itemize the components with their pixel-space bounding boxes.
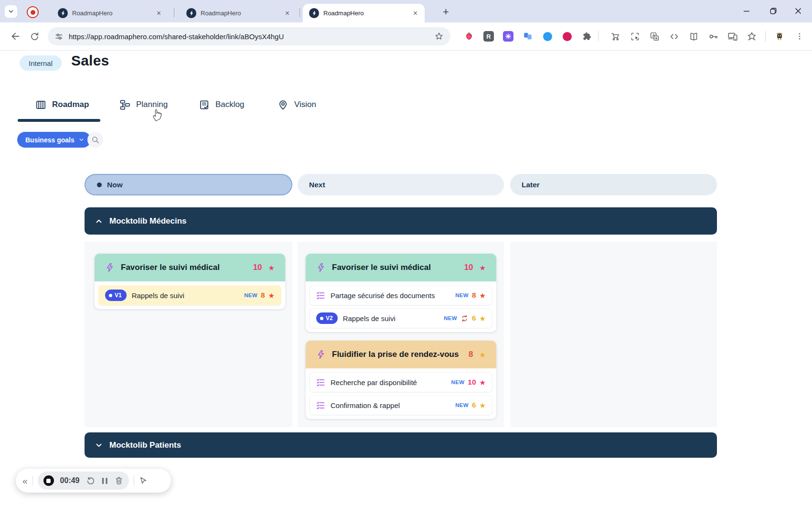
- translate-icon[interactable]: A: [648, 30, 661, 43]
- browser-window: RoadmapHero × RoadmapHero × RoadmapHero …: [0, 0, 812, 516]
- tab-roadmap[interactable]: Roadmap: [35, 98, 89, 111]
- org-chart-icon: [119, 99, 130, 110]
- feature-row[interactable]: Recherche par disponibilité NEW 10 ★: [310, 372, 492, 392]
- screen-recorder-toolbar: « 00:49: [16, 469, 171, 493]
- toolbar-separator: [765, 31, 766, 42]
- code-icon[interactable]: [667, 30, 681, 43]
- separator: [134, 476, 134, 485]
- extensions-puzzle-icon[interactable]: [580, 30, 593, 43]
- stop-recording-button[interactable]: [43, 475, 54, 486]
- feature-title: Rappels de suivi: [132, 291, 239, 300]
- toolbar-separator: [598, 31, 598, 42]
- goal-card-header[interactable]: Favoriser le suivi médical 10 ★: [95, 254, 285, 281]
- feature-score: 8: [472, 291, 476, 300]
- goal-card[interactable]: Favoriser le suivi médical 10 ★ V1 Rappe…: [95, 254, 285, 309]
- chevron-up-icon[interactable]: [95, 217, 103, 226]
- browser-tab-2[interactable]: RoadmapHero ×: [180, 4, 297, 22]
- browser-tab-1[interactable]: RoadmapHero ×: [52, 4, 168, 22]
- iteration-refresh-icon: [460, 314, 469, 322]
- cart-icon[interactable]: [609, 30, 622, 43]
- browser-tab-3-active[interactable]: RoadmapHero ×: [303, 4, 425, 22]
- browser-toolbar: https://app.roadmaphero.com/shared-stake…: [0, 22, 812, 51]
- collapse-toolbar-button[interactable]: «: [22, 476, 28, 485]
- refresh-button[interactable]: [28, 30, 41, 43]
- search-button[interactable]: [87, 132, 103, 148]
- star-badge-icon[interactable]: [745, 30, 759, 43]
- section-title: Mocktolib Médecins: [109, 216, 187, 226]
- roadmaphero-favicon: [186, 8, 196, 18]
- password-key-icon[interactable]: [706, 30, 720, 43]
- feature-row[interactable]: Partage sécurisé des documents NEW 8 ★: [310, 285, 492, 305]
- bookmark-star-icon[interactable]: [434, 32, 444, 41]
- extension-r-icon[interactable]: R: [482, 30, 495, 43]
- feature-row[interactable]: V1 Rappels de suivi NEW 8 ★: [98, 285, 281, 305]
- new-tab-button[interactable]: +: [439, 5, 452, 18]
- feature-row[interactable]: Confirmation & rappel NEW 6 ★: [310, 395, 492, 415]
- column-label: Next: [309, 181, 325, 189]
- recording-timer: 00:49: [60, 476, 80, 485]
- section-header-medecins[interactable]: Mocktolib Médecins: [85, 207, 717, 235]
- reading-list-book-icon[interactable]: [687, 30, 700, 43]
- recorder-controls: 00:49: [38, 472, 129, 490]
- browser-menu-icon[interactable]: [793, 30, 806, 43]
- goal-card[interactable]: Favoriser le suivi médical 10 ★ Partage …: [306, 254, 496, 332]
- pause-recording-button[interactable]: [101, 477, 108, 485]
- tab-close-icon[interactable]: ×: [411, 9, 420, 18]
- extension-snowflake-icon[interactable]: [502, 30, 515, 43]
- tab-backlog[interactable]: Backlog: [199, 98, 244, 111]
- roadmaphero-favicon: [309, 8, 319, 18]
- window-minimize-button[interactable]: [738, 3, 755, 19]
- restart-recording-button[interactable]: [86, 476, 95, 485]
- active-tab-underline: [18, 119, 100, 122]
- section-header-patients[interactable]: Mocktolib Patients: [85, 432, 717, 458]
- version-badge: V1: [105, 290, 127, 301]
- tab-close-icon[interactable]: ×: [283, 9, 292, 18]
- cursor-tool-button[interactable]: [139, 476, 148, 485]
- lightning-icon: [105, 263, 115, 272]
- feature-score: 6: [472, 401, 476, 409]
- tab-separator: [299, 8, 300, 17]
- tab-title: RoadmapHero: [72, 10, 150, 17]
- page-title: Sales: [71, 53, 109, 69]
- profile-avatar[interactable]: [773, 30, 786, 43]
- star-icon: ★: [480, 315, 486, 322]
- tab-close-icon[interactable]: ×: [154, 9, 163, 18]
- star-icon: ★: [480, 379, 486, 386]
- goal-card-header[interactable]: Favoriser le suivi médical 10 ★: [306, 254, 496, 281]
- business-goals-dropdown[interactable]: Business goals: [17, 132, 91, 148]
- column-header-now[interactable]: Now: [85, 174, 292, 195]
- map-pin-icon: [278, 99, 288, 110]
- extension-blue-dot-icon[interactable]: [541, 30, 554, 43]
- star-icon: ★: [480, 264, 486, 271]
- column-label: Now: [107, 181, 123, 189]
- goal-score: 10: [464, 263, 473, 272]
- checklist-icon: [316, 378, 325, 387]
- goal-score: 10: [253, 263, 262, 272]
- chevron-down-icon[interactable]: [95, 441, 103, 450]
- tab-vision[interactable]: Vision: [278, 98, 316, 111]
- screen-capture-icon[interactable]: [628, 30, 641, 43]
- column-label: Later: [522, 181, 540, 189]
- goal-card[interactable]: Fluidifier la prise de rendez-vous 8 ★ R…: [306, 341, 496, 419]
- feature-row[interactable]: V2 Rappels de suivi NEW 6 ★: [310, 308, 492, 328]
- delete-recording-button[interactable]: [115, 476, 123, 485]
- back-button[interactable]: [9, 30, 22, 43]
- tab-search-button[interactable]: [5, 5, 17, 18]
- new-badge: NEW: [455, 292, 469, 298]
- separator: [32, 476, 33, 485]
- column-header-later[interactable]: Later: [510, 174, 717, 195]
- devices-icon[interactable]: [726, 30, 739, 43]
- feature-score: 8: [261, 291, 265, 300]
- column-header-next[interactable]: Next: [298, 174, 504, 195]
- extension-chat-icon[interactable]: [521, 30, 534, 43]
- window-maximize-button[interactable]: [765, 3, 782, 19]
- address-bar[interactable]: https://app.roadmaphero.com/shared-stake…: [48, 27, 450, 45]
- extension-red-dot-icon[interactable]: [560, 30, 574, 43]
- checklist-icon: [316, 401, 325, 410]
- window-close-button[interactable]: [790, 3, 807, 19]
- extension-strawberry-icon[interactable]: [462, 30, 476, 43]
- tab-label: Backlog: [215, 100, 244, 109]
- goal-card-header[interactable]: Fluidifier la prise de rendez-vous 8 ★: [306, 341, 496, 368]
- feature-score: 10: [468, 378, 476, 387]
- backlog-doc-icon: [199, 99, 210, 110]
